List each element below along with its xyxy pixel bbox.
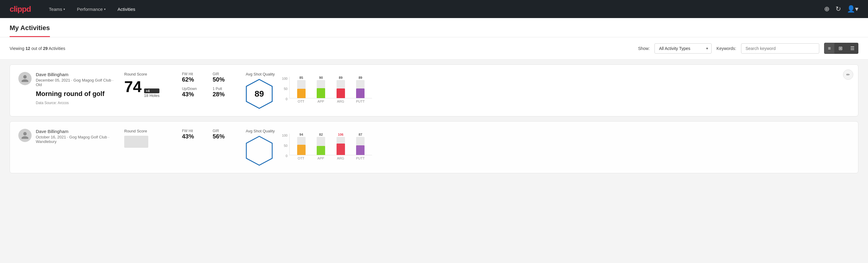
card-name-2: Dave Billingham — [36, 129, 115, 134]
nav-performance-label: Performance — [77, 7, 103, 12]
card-source-1: Data Source: Arccos — [36, 101, 115, 105]
logo[interactable]: clippd — [10, 4, 31, 14]
card-left-1: Dave Billingham December 05, 2021 · Gog … — [18, 72, 115, 105]
nav-teams[interactable]: Teams ▾ — [49, 5, 65, 13]
quality-label-wrap-1: Avg Shot Quality 89 — [246, 72, 275, 109]
add-circle-icon[interactable]: ⊕ — [824, 5, 830, 13]
grid-view-button[interactable]: ⊞ — [835, 43, 846, 54]
search-input[interactable] — [741, 43, 819, 54]
bar-chart-1: 100 50 0 85 — [282, 77, 372, 105]
nav-icons: ⊕ ↻ 👤▾ — [824, 5, 858, 13]
hexagon-svg-2 — [246, 136, 273, 166]
stat-1putt-value-1: 28% — [213, 91, 236, 98]
stat-fw-hit-value-2: 43% — [182, 133, 206, 140]
bar-ott-1: 85 — [293, 76, 309, 98]
score-section-1: Round Score 74 +4 18 Holes — [124, 72, 172, 98]
navbar: clippd Teams ▾ Performance ▾ Activities … — [0, 0, 868, 18]
quality-label-wrap-2: Avg Shot Quality — [246, 129, 275, 166]
user-account-icon[interactable]: 👤▾ — [847, 5, 858, 13]
bar-ott-2: 94 — [293, 133, 309, 155]
stat-gir-label-2: GIR — [213, 129, 236, 133]
chart-y-labels-1: 100 50 0 — [282, 77, 287, 101]
stat-gir-label-1: GIR — [213, 72, 236, 76]
quality-section-2: Avg Shot Quality 100 50 0 — [246, 129, 372, 166]
compact-view-button[interactable]: ☰ — [846, 43, 858, 54]
nav-performance-chevron: ▾ — [104, 7, 105, 11]
stat-fw-hit-label-1: FW Hit — [182, 72, 206, 76]
bar-putt-1: 89 — [352, 76, 369, 98]
bar-arg-1: 89 — [333, 76, 349, 98]
quality-section-1: Avg Shot Quality 89 100 50 0 — [246, 72, 372, 109]
card-left-2: Dave Billingham October 16, 2021 · Gog M… — [18, 129, 115, 147]
stat-gir-value-1: 50% — [213, 76, 236, 83]
show-label: Show: — [638, 46, 650, 51]
avg-shot-quality-label-1: Avg Shot Quality — [246, 72, 275, 77]
nav-activities[interactable]: Activities — [118, 5, 135, 13]
avatar-1 — [18, 72, 32, 85]
stat-gir-2: GIR 56% — [213, 129, 236, 140]
activity-type-dropdown[interactable]: All Activity Types ▾ — [654, 43, 712, 54]
bar-arg-2: 106 — [333, 133, 349, 155]
hexagon-1: 89 — [246, 79, 273, 109]
viewing-text: Viewing 12 out of 29 Activities — [10, 46, 633, 51]
stats-section-2: FW Hit 43% GIR 56% — [182, 129, 236, 140]
stat-gir-1: GIR 50% — [213, 72, 236, 83]
nav-activities-label: Activities — [118, 7, 135, 12]
activity-card-1: ✏ Dave Billingham December 05, 2021 · Go… — [10, 64, 858, 116]
keywords-label: Keywords: — [716, 46, 736, 51]
viewing-total: 29 — [43, 46, 48, 51]
score-badge-1: +4 — [144, 88, 159, 93]
nav-performance[interactable]: Performance ▾ — [77, 5, 105, 13]
bar-app-2: 82 — [313, 133, 329, 155]
edit-button-1[interactable]: ✏ — [843, 69, 853, 80]
view-toggle: ≡ ⊞ ☰ — [824, 43, 858, 54]
card-date-1: December 05, 2021 · Gog Magog Golf Club … — [36, 78, 115, 87]
stat-1putt-label-1: 1 Putt — [213, 87, 236, 91]
stat-updown-label-1: Up/Down — [182, 87, 206, 91]
chart-y-labels-2: 100 50 0 — [282, 134, 287, 158]
bar-chart-2: 100 50 0 94 — [282, 134, 372, 161]
list-view-button[interactable]: ≡ — [824, 43, 835, 54]
avatar-2 — [18, 129, 32, 142]
nav-teams-chevron: ▾ — [63, 7, 65, 11]
stat-fw-hit-2: FW Hit 43% — [182, 129, 206, 140]
stats-section-1: FW Hit 62% GIR 50% Up/Down 43% 1 Putt 28… — [182, 72, 236, 98]
hexagon-2 — [246, 136, 273, 166]
stat-gir-value-2: 56% — [213, 133, 236, 140]
stat-fw-hit-1: FW Hit 62% — [182, 72, 206, 83]
card-info-1: Dave Billingham December 05, 2021 · Gog … — [36, 72, 115, 105]
hex-value-1: 89 — [254, 89, 264, 99]
stat-updown-value-1: 43% — [182, 91, 206, 98]
svg-marker-1 — [246, 136, 272, 165]
score-section-2: Round Score — [124, 129, 172, 148]
activity-type-select[interactable]: All Activity Types — [654, 43, 712, 54]
card-date-2: October 16, 2021 · Gog Magog Golf Club ·… — [36, 135, 115, 144]
score-row-1: 74 +4 18 Holes — [124, 79, 172, 98]
stat-fw-hit-label-2: FW Hit — [182, 129, 206, 133]
activity-list: ✏ Dave Billingham December 05, 2021 · Go… — [0, 64, 868, 173]
score-holes-1: 18 Holes — [144, 93, 159, 98]
user-avatar-icon-2 — [21, 131, 29, 140]
round-score-label-1: Round Score — [124, 72, 172, 77]
activity-card-2: Dave Billingham October 16, 2021 · Gog M… — [10, 121, 858, 173]
stat-fw-hit-value-1: 62% — [182, 76, 206, 83]
page-header: My Activities — [0, 18, 868, 37]
bar-app-1: 90 — [313, 76, 329, 98]
card-info-2: Dave Billingham October 16, 2021 · Gog M… — [36, 129, 115, 147]
viewing-count: 12 — [26, 46, 30, 51]
round-score-label-2: Round Score — [124, 129, 172, 133]
card-name-1: Dave Billingham — [36, 72, 115, 77]
bar-putt-2: 87 — [352, 133, 369, 155]
hexagon-wrap-1: 89 — [246, 79, 275, 109]
avg-shot-quality-label-2: Avg Shot Quality — [246, 129, 275, 133]
card-title-1: Morning round of golf — [36, 90, 115, 98]
stat-1putt-1: 1 Putt 28% — [213, 87, 236, 98]
filter-bar: Viewing 12 out of 29 Activities Show: Al… — [0, 37, 868, 60]
user-avatar-icon — [21, 74, 29, 83]
stat-updown-1: Up/Down 43% — [182, 87, 206, 98]
hexagon-wrap-2 — [246, 136, 275, 166]
nav-teams-label: Teams — [49, 7, 62, 12]
score-value-1: 74 — [124, 79, 142, 94]
refresh-icon[interactable]: ↻ — [836, 5, 841, 13]
page-title: My Activities — [10, 24, 50, 37]
